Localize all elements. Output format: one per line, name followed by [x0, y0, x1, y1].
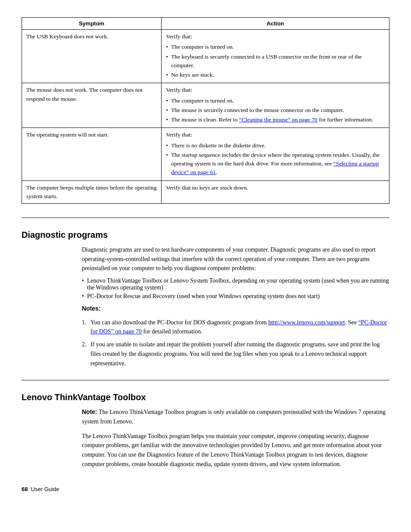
- action-cell: Verify that no keys are stuck down.: [162, 180, 389, 204]
- list-item: 1. You can also download the PC-Doctor f…: [82, 318, 389, 336]
- table-row: The operating system will not start. Ver…: [22, 128, 389, 180]
- thinkvantage-section: Lenovo ThinkVantage Toolbox Note: The Le…: [22, 380, 389, 469]
- list-item: The computer is turned on.: [166, 96, 385, 105]
- cleaning-mouse-link[interactable]: “Cleaning the mouse” on page 70: [239, 116, 318, 123]
- diagnostic-intro: Diagnostic programs are used to test har…: [82, 245, 389, 273]
- list-item: Lenovo ThinkVantage Toolbox or Lenovo Sy…: [82, 277, 389, 291]
- footer: 68 User Guide: [22, 486, 389, 492]
- list-num: 1.: [82, 318, 87, 327]
- action-cell: Verify that: The computer is turned on. …: [162, 83, 389, 128]
- symptom-cell: The mouse does not work. The computer do…: [22, 83, 162, 128]
- troubleshooting-table: Symptom Action The USB Keyboard does not…: [22, 17, 389, 204]
- thinkvantage-content: Note: The Lenovo ThinkVantage Toolbox pr…: [82, 408, 389, 469]
- action-col-header: Action: [162, 18, 389, 30]
- notes-heading: Notes:: [82, 304, 389, 314]
- note-2-text: If you are unable to isolate and repair …: [90, 341, 380, 366]
- thinkvantage-body: The Lenovo ThinkVantage Toolbox program …: [82, 432, 389, 469]
- table-row: The computer beeps multiple times before…: [22, 180, 389, 204]
- list-item: 2. If you are unable to isolate and repa…: [82, 340, 389, 368]
- lenovo-support-link[interactable]: http://www.lenovo.com/support: [268, 319, 345, 326]
- table-row: The USB Keyboard does not work. Verify t…: [22, 30, 389, 83]
- list-item: PC-Doctor for Rescue and Recovery (used …: [82, 293, 389, 300]
- note-label: Note:: [82, 408, 97, 415]
- table-row: The mouse does not work. The computer do…: [22, 83, 389, 128]
- list-item: The mouse is clean. Refer to “Cleaning t…: [166, 115, 385, 124]
- note-body: The Lenovo ThinkVantage Toolbox program …: [82, 409, 386, 425]
- section-divider: [22, 218, 389, 218]
- list-item: The startup sequence includes the device…: [166, 151, 385, 177]
- page-number: 68: [22, 486, 28, 492]
- action-cell: Verify that: There is no diskette in the…: [162, 128, 389, 180]
- diagnostic-section: Diagnostic programs Diagnostic programs …: [22, 218, 389, 368]
- symptom-cell: The computer beeps multiple times before…: [22, 180, 162, 204]
- note-1-text: You can also download the PC-Doctor for …: [90, 319, 387, 335]
- thinkvantage-note: Note: The Lenovo ThinkVantage Toolbox pr…: [82, 408, 389, 426]
- diagnostic-content: Diagnostic programs are used to test har…: [82, 245, 389, 368]
- list-item: The mouse is securely connected to the m…: [166, 106, 385, 115]
- list-item: The keyboard is securely connected to a …: [166, 53, 385, 70]
- list-num: 2.: [82, 340, 87, 349]
- symptom-col-header: Symptom: [22, 18, 162, 30]
- selecting-startup-link[interactable]: “Selecting a startup device” on page 61: [171, 160, 379, 175]
- symptom-cell: The USB Keyboard does not work.: [22, 30, 162, 83]
- footer-label: User Guide: [31, 486, 59, 492]
- list-item: The computer is turned on.: [166, 43, 385, 51]
- action-cell: Verify that: The computer is turned on. …: [162, 30, 389, 83]
- diagnostic-bullets: Lenovo ThinkVantage Toolbox or Lenovo Sy…: [82, 277, 389, 300]
- thinkvantage-heading: Lenovo ThinkVantage Toolbox: [22, 392, 389, 402]
- list-item: No keys are stuck.: [166, 71, 385, 79]
- diagnostic-heading: Diagnostic programs: [22, 230, 389, 240]
- list-item: There is no diskette in the diskette dri…: [166, 141, 385, 150]
- notes-list: 1. You can also download the PC-Doctor f…: [82, 318, 389, 368]
- section-divider-2: [22, 380, 389, 380]
- symptom-cell: The operating system will not start.: [22, 128, 162, 180]
